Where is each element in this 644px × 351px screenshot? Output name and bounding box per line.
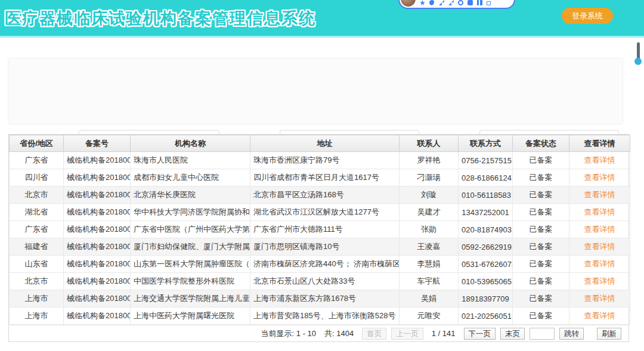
cell-institution: 上海交通大学医学院附属上海儿童... [131,290,250,307]
moon-icon[interactable] [429,0,435,5]
window-icon[interactable] [487,1,491,5]
table-row: 四川省 械临机构备201800002 成都市妇女儿童中心医院 四川省成都市青羊区… [10,169,630,187]
col-status: 备案状态 [513,135,569,152]
table-row: 上海市 械临机构备201800010 上海中医药大学附属曙光医院 上海市普安路1… [10,307,630,325]
pause-bars-icon[interactable] [477,0,482,5]
cell-contact: 吴娟 [400,290,459,307]
cell-phone: 0756-2157515 [459,152,513,169]
cell-detail: 查看详情 [569,256,630,273]
cell-status: 已备案 [513,187,569,204]
last-page-button[interactable]: 末页 [500,328,525,340]
cell-province: 北京市 [10,273,64,290]
cell-institution: 上海中医药大学附属曙光医院 [131,307,250,325]
cell-institution: 广东省中医院（广州中医药大学第... [131,221,250,238]
view-detail-link[interactable]: 查看详情 [584,156,615,164]
cell-institution: 厦门市妇幼保健院、厦门大学附属... [131,238,250,256]
first-page-button[interactable]: 首页 [362,328,386,340]
cell-status: 已备案 [513,273,569,290]
view-detail-link[interactable]: 查看详情 [584,225,615,234]
scroll-indicator[interactable] [634,42,642,66]
cell-province: 山东省 [10,256,64,273]
col-institution: 机构名称 [131,135,250,152]
cell-institution: 北京清华长庚医院 [131,187,250,204]
cell-detail: 查看详情 [569,307,630,325]
view-detail-link[interactable]: 查看详情 [584,294,615,303]
cell-province: 广东省 [10,152,64,169]
cell-institution: 珠海市人民医院 [131,152,250,169]
cell-detail: 查看详情 [569,238,630,256]
cell-phone: 010-53965065 [459,273,513,290]
cell-address: 北京市昌平区立汤路168号 [250,187,400,204]
cell-status: 已备案 [513,238,569,256]
cell-phone: 021-20256051 [459,307,513,325]
cell-filing-no: 械临机构备201800002 [64,169,131,187]
col-filing-no: 备案号 [64,135,131,152]
next-page-button[interactable]: 下一页 [464,328,496,340]
cell-detail: 查看详情 [569,152,630,169]
cell-filing-no: 械临机构备201800001 [64,152,131,169]
cell-address: 四川省成都市青羊区日月大道1617号 [250,169,400,187]
page-title: 医疗器械临床试验机构备案管理信息系统 [5,8,316,29]
cell-status: 已备案 [513,204,569,221]
cell-filing-no: 械临机构备201800004 [64,204,131,221]
cell-province: 福建省 [10,238,64,256]
cell-phone: 13437252001 [459,204,513,221]
col-province: 省份/地区 [10,135,64,152]
cell-address: 厦门市思明区镇海路10号 [250,238,400,256]
star-icon[interactable] [420,0,425,5]
cell-status: 已备案 [513,256,569,273]
cell-address: 上海市浦东新区东方路1678号 [250,290,400,307]
refresh-button[interactable]: 刷新 [597,328,621,340]
cell-phone: 18918397709 [459,290,513,307]
cell-detail: 查看详情 [569,273,630,290]
view-detail-link[interactable]: 查看详情 [584,311,615,320]
view-detail-link[interactable]: 查看详情 [584,242,615,251]
cell-province: 广东省 [10,221,64,238]
cell-detail: 查看详情 [569,221,630,238]
browser-extension-toolbar [398,0,515,9]
col-address: 地址 [250,135,400,152]
cell-contact: 王凌嘉 [400,238,459,256]
cell-filing-no: 械临机构备201800007 [64,256,131,273]
cell-contact: 刘璇 [400,187,459,204]
col-phone: 联系方式 [459,135,513,152]
record-icon[interactable] [458,0,463,5]
scroll-knob[interactable] [634,58,642,65]
cell-filing-no: 械临机构备201800006 [64,238,131,256]
view-detail-link[interactable]: 查看详情 [584,207,615,216]
view-detail-link[interactable]: 查看详情 [584,173,615,182]
cell-detail: 查看详情 [569,290,630,307]
arrow-icon[interactable] [448,0,454,5]
current-display: 当前显示: 1 - 10 [261,328,316,339]
stop-icon[interactable] [467,0,473,5]
cell-institution: 中国医学科学院整形外科医院 [131,273,250,290]
cell-address: 北京市石景山区八大处路33号 [250,273,400,290]
cell-address: 上海市普安路185号、上海市张衡路528号 [250,307,400,325]
cell-province: 上海市 [10,307,64,325]
cell-address: 广东省广州市大德路111号 [250,221,400,238]
table-header-row: 省份/地区 备案号 机构名称 地址 联系人 联系方式 备案状态 查看详情 [10,135,630,152]
cell-contact: 车宇航 [400,273,459,290]
view-detail-link[interactable]: 查看详情 [584,259,615,268]
cell-province: 四川省 [10,169,64,187]
cell-detail: 查看详情 [569,204,630,221]
table-row: 广东省 械临机构备201800005 广东省中医院（广州中医药大学第... 广东… [10,221,630,238]
view-detail-link[interactable]: 查看详情 [584,190,615,199]
cell-address: 湖北省武汉市江汉区解放大道1277号 [250,204,400,221]
prev-page-button[interactable]: 上一页 [391,328,423,340]
cell-province: 湖北省 [10,204,64,221]
arrow-icon[interactable] [439,0,444,5]
avatar[interactable] [401,0,416,7]
table-row: 福建省 械临机构备201800006 厦门市妇幼保健院、厦门大学附属... 厦门… [10,238,630,256]
jump-page-input[interactable] [530,328,555,340]
cell-contact: 罗祥艳 [400,152,459,169]
cell-institution: 华中科技大学同济医学院附属协和医院 [131,204,250,221]
cell-contact: 元唯安 [400,307,459,325]
cell-detail: 查看详情 [569,187,630,204]
cell-status: 已备案 [513,290,569,307]
view-detail-link[interactable]: 查看详情 [584,277,615,285]
login-button[interactable]: 登录系统 [562,8,613,24]
cell-phone: 0531-67626073 [459,256,513,273]
cell-province: 北京市 [10,187,64,204]
jump-button[interactable]: 跳转 [559,328,584,340]
